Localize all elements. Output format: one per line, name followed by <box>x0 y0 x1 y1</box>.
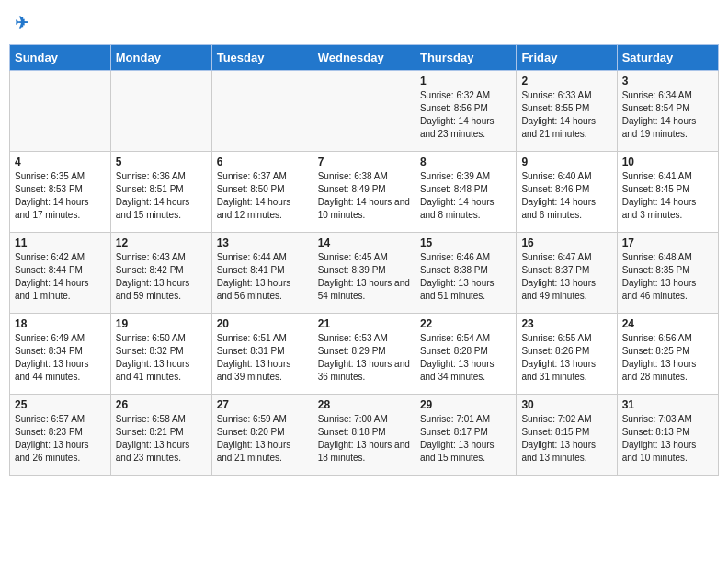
day-cell: 6Sunrise: 6:37 AM Sunset: 8:50 PM Daylig… <box>211 152 313 233</box>
day-info: Sunrise: 6:49 AM Sunset: 8:34 PM Dayligh… <box>15 333 89 382</box>
day-info: Sunrise: 6:54 AM Sunset: 8:28 PM Dayligh… <box>420 333 495 382</box>
day-cell: 9Sunrise: 6:40 AM Sunset: 8:46 PM Daylig… <box>517 152 617 233</box>
day-info: Sunrise: 6:42 AM Sunset: 8:44 PM Dayligh… <box>15 252 89 301</box>
day-number: 27 <box>217 398 308 411</box>
day-number: 16 <box>521 236 611 249</box>
day-cell: 14Sunrise: 6:45 AM Sunset: 8:39 PM Dayli… <box>313 233 415 314</box>
day-cell: 19Sunrise: 6:50 AM Sunset: 8:32 PM Dayli… <box>110 314 211 395</box>
week-row-5: 25Sunrise: 6:57 AM Sunset: 8:23 PM Dayli… <box>10 395 719 476</box>
day-number: 31 <box>622 398 713 411</box>
week-row-4: 18Sunrise: 6:49 AM Sunset: 8:34 PM Dayli… <box>10 314 719 395</box>
day-cell: 30Sunrise: 7:02 AM Sunset: 8:15 PM Dayli… <box>517 395 617 476</box>
day-info: Sunrise: 7:02 AM Sunset: 8:15 PM Dayligh… <box>521 414 596 463</box>
day-info: Sunrise: 6:36 AM Sunset: 8:51 PM Dayligh… <box>116 171 190 220</box>
day-number: 7 <box>318 155 410 168</box>
day-info: Sunrise: 6:59 AM Sunset: 8:20 PM Dayligh… <box>217 414 291 463</box>
day-info: Sunrise: 6:45 AM Sunset: 8:39 PM Dayligh… <box>318 252 410 301</box>
day-cell <box>211 71 313 152</box>
day-info: Sunrise: 6:32 AM Sunset: 8:56 PM Dayligh… <box>420 90 495 139</box>
day-cell: 21Sunrise: 6:53 AM Sunset: 8:29 PM Dayli… <box>313 314 415 395</box>
day-cell: 13Sunrise: 6:44 AM Sunset: 8:41 PM Dayli… <box>211 233 313 314</box>
col-header-wednesday: Wednesday <box>313 45 415 71</box>
day-cell: 20Sunrise: 6:51 AM Sunset: 8:31 PM Dayli… <box>211 314 313 395</box>
day-number: 19 <box>116 317 207 330</box>
day-number: 1 <box>420 75 511 87</box>
day-info: Sunrise: 6:48 AM Sunset: 8:35 PM Dayligh… <box>622 252 697 301</box>
day-info: Sunrise: 6:58 AM Sunset: 8:21 PM Dayligh… <box>116 414 190 463</box>
day-cell: 28Sunrise: 7:00 AM Sunset: 8:18 PM Dayli… <box>313 395 415 476</box>
day-cell: 15Sunrise: 6:46 AM Sunset: 8:38 PM Dayli… <box>415 233 516 314</box>
week-row-3: 11Sunrise: 6:42 AM Sunset: 8:44 PM Dayli… <box>10 233 719 314</box>
day-number: 23 <box>521 317 611 330</box>
day-number: 26 <box>116 398 207 411</box>
day-info: Sunrise: 6:44 AM Sunset: 8:41 PM Dayligh… <box>217 252 291 301</box>
day-number: 3 <box>622 75 713 87</box>
day-cell: 12Sunrise: 6:43 AM Sunset: 8:42 PM Dayli… <box>110 233 211 314</box>
day-info: Sunrise: 7:00 AM Sunset: 8:18 PM Dayligh… <box>318 414 410 463</box>
day-number: 28 <box>318 398 410 411</box>
day-number: 5 <box>116 155 207 168</box>
day-info: Sunrise: 6:35 AM Sunset: 8:53 PM Dayligh… <box>15 171 89 220</box>
day-cell: 11Sunrise: 6:42 AM Sunset: 8:44 PM Dayli… <box>10 233 111 314</box>
col-header-saturday: Saturday <box>617 45 718 71</box>
day-cell: 23Sunrise: 6:55 AM Sunset: 8:26 PM Dayli… <box>517 314 617 395</box>
day-cell: 5Sunrise: 6:36 AM Sunset: 8:51 PM Daylig… <box>110 152 211 233</box>
day-cell: 18Sunrise: 6:49 AM Sunset: 8:34 PM Dayli… <box>10 314 111 395</box>
col-header-friday: Friday <box>517 45 617 71</box>
day-number: 2 <box>521 75 611 87</box>
day-number: 4 <box>15 155 106 168</box>
day-number: 17 <box>622 236 713 249</box>
day-number: 13 <box>217 236 308 249</box>
calendar-table: SundayMondayTuesdayWednesdayThursdayFrid… <box>9 44 719 476</box>
day-number: 25 <box>15 398 106 411</box>
day-info: Sunrise: 6:33 AM Sunset: 8:55 PM Dayligh… <box>521 90 596 139</box>
day-info: Sunrise: 6:53 AM Sunset: 8:29 PM Dayligh… <box>318 333 410 382</box>
day-info: Sunrise: 6:41 AM Sunset: 8:45 PM Dayligh… <box>622 171 697 220</box>
day-info: Sunrise: 6:46 AM Sunset: 8:38 PM Dayligh… <box>420 252 495 301</box>
day-cell: 3Sunrise: 6:34 AM Sunset: 8:54 PM Daylig… <box>617 71 718 152</box>
day-cell: 29Sunrise: 7:01 AM Sunset: 8:17 PM Dayli… <box>415 395 516 476</box>
day-number: 11 <box>15 236 106 249</box>
day-info: Sunrise: 6:37 AM Sunset: 8:50 PM Dayligh… <box>217 171 291 220</box>
calendar-header: SundayMondayTuesdayWednesdayThursdayFrid… <box>10 45 719 71</box>
day-cell: 25Sunrise: 6:57 AM Sunset: 8:23 PM Dayli… <box>10 395 111 476</box>
day-cell: 1Sunrise: 6:32 AM Sunset: 8:56 PM Daylig… <box>415 71 516 152</box>
day-cell: 24Sunrise: 6:56 AM Sunset: 8:25 PM Dayli… <box>617 314 718 395</box>
day-info: Sunrise: 6:40 AM Sunset: 8:46 PM Dayligh… <box>521 171 596 220</box>
day-info: Sunrise: 6:55 AM Sunset: 8:26 PM Dayligh… <box>521 333 596 382</box>
col-header-monday: Monday <box>110 45 211 71</box>
day-info: Sunrise: 6:43 AM Sunset: 8:42 PM Dayligh… <box>116 252 190 301</box>
day-cell: 17Sunrise: 6:48 AM Sunset: 8:35 PM Dayli… <box>617 233 718 314</box>
day-info: Sunrise: 6:39 AM Sunset: 8:48 PM Dayligh… <box>420 171 495 220</box>
day-number: 10 <box>622 155 713 168</box>
header: ✈ <box>9 9 719 37</box>
day-number: 8 <box>420 155 511 168</box>
day-info: Sunrise: 6:34 AM Sunset: 8:54 PM Dayligh… <box>622 90 697 139</box>
logo: ✈ <box>15 13 28 33</box>
day-info: Sunrise: 6:51 AM Sunset: 8:31 PM Dayligh… <box>217 333 291 382</box>
day-cell: 26Sunrise: 6:58 AM Sunset: 8:21 PM Dayli… <box>110 395 211 476</box>
day-info: Sunrise: 7:03 AM Sunset: 8:13 PM Dayligh… <box>622 414 697 463</box>
day-number: 12 <box>116 236 207 249</box>
col-header-tuesday: Tuesday <box>211 45 313 71</box>
day-cell: 7Sunrise: 6:38 AM Sunset: 8:49 PM Daylig… <box>313 152 415 233</box>
day-number: 6 <box>217 155 308 168</box>
week-row-2: 4Sunrise: 6:35 AM Sunset: 8:53 PM Daylig… <box>10 152 719 233</box>
week-row-1: 1Sunrise: 6:32 AM Sunset: 8:56 PM Daylig… <box>10 71 719 152</box>
day-info: Sunrise: 6:38 AM Sunset: 8:49 PM Dayligh… <box>318 171 410 220</box>
col-header-sunday: Sunday <box>10 45 111 71</box>
day-cell <box>10 71 111 152</box>
day-number: 18 <box>15 317 106 330</box>
day-info: Sunrise: 6:47 AM Sunset: 8:37 PM Dayligh… <box>521 252 596 301</box>
day-cell <box>110 71 211 152</box>
day-cell: 4Sunrise: 6:35 AM Sunset: 8:53 PM Daylig… <box>10 152 111 233</box>
day-number: 22 <box>420 317 511 330</box>
day-number: 21 <box>318 317 410 330</box>
logo-general: ✈ <box>15 13 28 33</box>
day-number: 20 <box>217 317 308 330</box>
day-number: 24 <box>622 317 713 330</box>
day-info: Sunrise: 6:50 AM Sunset: 8:32 PM Dayligh… <box>116 333 190 382</box>
day-cell: 10Sunrise: 6:41 AM Sunset: 8:45 PM Dayli… <box>617 152 718 233</box>
col-header-thursday: Thursday <box>415 45 516 71</box>
day-info: Sunrise: 7:01 AM Sunset: 8:17 PM Dayligh… <box>420 414 495 463</box>
